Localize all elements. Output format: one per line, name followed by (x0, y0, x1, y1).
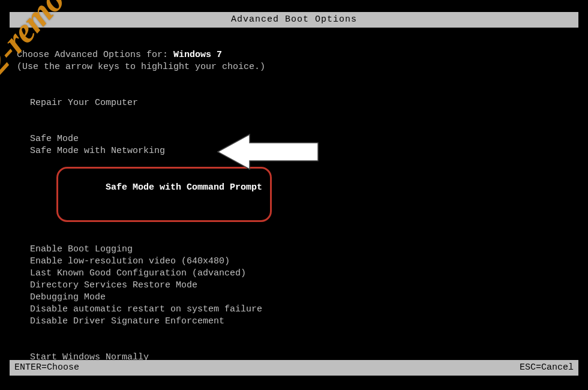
menu-safe-mode-networking[interactable]: Safe Mode with Networking (30, 145, 571, 157)
content-area: Choose Advanced Options for: Windows 7 (… (17, 49, 571, 390)
menu-repair-your-computer[interactable]: Repair Your Computer (30, 97, 571, 109)
menu-enable-boot-logging[interactable]: Enable Boot Logging (30, 244, 571, 256)
menu-low-res-video[interactable]: Enable low-resolution video (640x480) (30, 256, 571, 268)
menu-last-known-good[interactable]: Last Known Good Configuration (advanced) (30, 268, 571, 280)
menu-debugging-mode[interactable]: Debugging Mode (30, 292, 571, 304)
footer-esc: ESC=Cancel (520, 360, 574, 376)
hint-line: (Use the arrow keys to highlight your ch… (17, 61, 571, 73)
menu-group-safe: Safe Mode Safe Mode with Networking Safe… (30, 133, 571, 232)
footer-enter: ENTER=Choose (14, 360, 79, 376)
title-text: Advanced Boot Options (231, 14, 357, 25)
footer-bar: ENTER=Choose ESC=Cancel (10, 360, 578, 376)
menu-group-repair: Repair Your Computer (30, 97, 571, 109)
choose-line: Choose Advanced Options for: Windows 7 (17, 49, 571, 61)
os-name: Windows 7 (173, 50, 222, 60)
title-bar: Advanced Boot Options (10, 12, 578, 28)
menu-safe-mode-cmd-label: Safe Mode with Command Prompt (106, 182, 262, 193)
annotation-circle (56, 167, 272, 222)
menu-disable-sig-enforcement[interactable]: Disable Driver Signature Enforcement (30, 316, 571, 328)
menu-directory-services-restore[interactable]: Directory Services Restore Mode (30, 280, 571, 292)
menu-safe-mode[interactable]: Safe Mode (30, 133, 571, 145)
menu-disable-auto-restart[interactable]: Disable automatic restart on system fail… (30, 304, 571, 316)
menu-group-advanced: Enable Boot Logging Enable low-resolutio… (30, 244, 571, 328)
menu-safe-mode-command-prompt[interactable]: Safe Mode with Command Prompt (30, 157, 571, 232)
